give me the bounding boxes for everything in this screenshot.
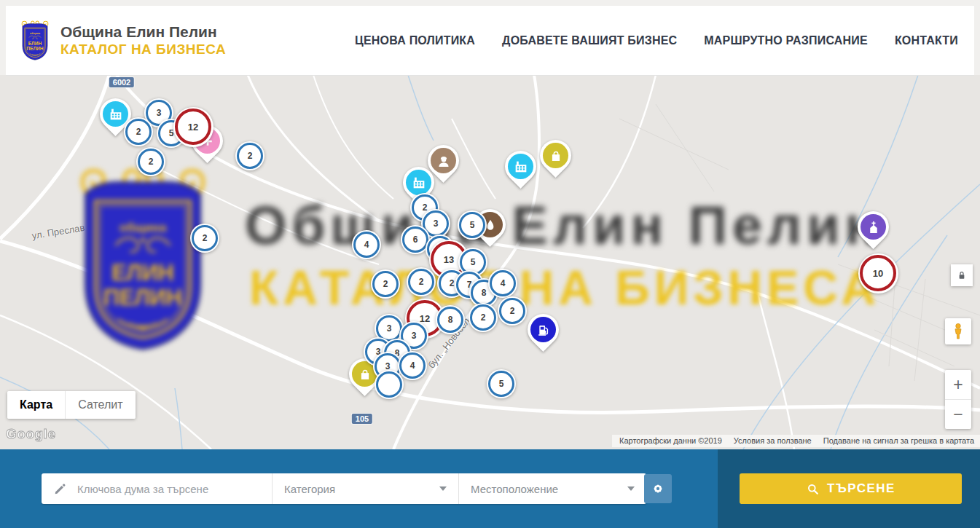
- map-type-satellite-button[interactable]: Сателит: [65, 391, 135, 419]
- search-button-label: ТЪРСЕНЕ: [827, 481, 895, 496]
- cluster-marker[interactable]: 5: [487, 369, 516, 398]
- cluster-marker[interactable]: 2: [371, 269, 400, 299]
- google-logo[interactable]: Google: [6, 426, 55, 442]
- cluster-count: 2: [372, 271, 399, 297]
- cluster-marker[interactable]: 8: [436, 305, 465, 334]
- pencil-icon: [53, 482, 67, 496]
- cluster-count: 4: [399, 352, 426, 379]
- nav-item-contacts[interactable]: КОНТАКТИ: [895, 34, 958, 47]
- search-form: Категория Местоположение: [42, 473, 646, 504]
- location-dropdown[interactable]: Местоположение: [458, 473, 646, 504]
- fuel-icon: [530, 317, 556, 342]
- cluster-marker[interactable]: 10: [858, 253, 898, 293]
- pegman-icon: [949, 322, 968, 341]
- cluster-count: 12: [175, 109, 211, 145]
- cluster-count: 2: [192, 225, 218, 251]
- cluster-count: 2: [470, 304, 496, 331]
- chevron-down-icon: [439, 486, 447, 491]
- attribution-terms-link[interactable]: Условия за ползване: [734, 436, 812, 445]
- cluster-marker[interactable]: 2: [498, 296, 527, 326]
- attribution-copyright: Картографски данни ©2019: [619, 436, 722, 445]
- category-dropdown-value: Категория: [284, 483, 335, 495]
- search-button[interactable]: ТЪРСЕНЕ: [740, 473, 962, 504]
- main-navigation: ЦЕНОВА ПОЛИТИКА ДОБАВЕТЕ ВАШИЯТ БИЗНЕС М…: [355, 34, 958, 47]
- church-icon: [861, 214, 886, 240]
- factory-icon: [406, 170, 431, 195]
- cluster-marker[interactable]: [375, 370, 404, 399]
- cluster-marker[interactable]: 2: [124, 117, 153, 146]
- cluster-count: 2: [138, 149, 164, 175]
- svg-text:ПЕЛИН: ПЕЛИН: [26, 46, 44, 51]
- keyword-search-input[interactable]: [76, 482, 254, 496]
- cluster-marker[interactable]: 4: [488, 269, 517, 298]
- map-type-map-button[interactable]: Карта: [7, 391, 65, 419]
- nav-item-pricing[interactable]: ЦЕНОВА ПОЛИТИКА: [355, 34, 475, 47]
- advanced-settings-button[interactable]: [644, 474, 672, 503]
- keyword-field[interactable]: [42, 473, 272, 504]
- bag-pin-marker[interactable]: [533, 133, 578, 178]
- search-bar: Категория Местоположение ТЪРСЕНЕ: [0, 449, 980, 528]
- cluster-count: [376, 371, 402, 398]
- cluster-count: 2: [499, 298, 525, 324]
- map-markers: 3251222223564713522278422128333834510: [0, 75, 980, 449]
- chevron-down-icon: [627, 486, 635, 491]
- church-pin-marker[interactable]: [851, 205, 895, 249]
- lock-control[interactable]: [951, 264, 973, 286]
- location-dropdown-value: Местоположение: [471, 483, 558, 495]
- cluster-marker[interactable]: 4: [398, 351, 427, 380]
- cluster-count: 6: [402, 226, 428, 253]
- attribution-report-link[interactable]: Подаване на сигнал за грешка в картата: [823, 436, 974, 445]
- zoom-in-button[interactable]: +: [945, 370, 971, 399]
- cluster-marker[interactable]: 2: [235, 141, 264, 170]
- cluster-marker[interactable]: 2: [190, 224, 219, 253]
- cluster-count: 2: [408, 269, 434, 295]
- lock-icon: [956, 269, 968, 281]
- fuel-pin-marker[interactable]: [521, 307, 565, 352]
- gear-icon: [651, 481, 665, 496]
- municipality-crest-icon: община ЕЛИН ПЕЛИН: [17, 18, 52, 63]
- cluster-marker[interactable]: 2: [136, 147, 165, 176]
- factory-icon: [508, 154, 533, 179]
- bag-icon: [543, 143, 568, 168]
- cluster-count: 2: [237, 143, 263, 169]
- cluster-marker[interactable]: 5: [458, 210, 487, 240]
- cluster-count: 5: [488, 371, 514, 397]
- site-subtitle: КАТАЛОГ НА БИЗНЕСА: [60, 42, 226, 58]
- cluster-marker[interactable]: 2: [469, 303, 498, 332]
- factory-pin-marker[interactable]: [498, 144, 543, 189]
- map-type-control: Карта Сателит: [7, 391, 136, 419]
- zoom-control: + −: [945, 370, 971, 429]
- factory-icon: [103, 101, 128, 127]
- cluster-marker[interactable]: 12: [173, 107, 213, 147]
- map-attribution: Картографски данни ©2019 Условия за полз…: [612, 435, 980, 447]
- cluster-marker[interactable]: 2: [407, 267, 436, 296]
- cluster-count: 10: [860, 255, 896, 291]
- search-icon: [806, 482, 820, 496]
- cluster-count: 4: [490, 270, 516, 296]
- category-dropdown[interactable]: Категория: [272, 473, 458, 504]
- nav-item-add-business[interactable]: ДОБАВЕТЕ ВАШИЯТ БИЗНЕС: [502, 34, 677, 47]
- site-logo[interactable]: община ЕЛИН ПЕЛИН Община Елин Пелин КАТА…: [17, 18, 226, 63]
- nav-item-route-schedule[interactable]: МАРШРУТНО РАЗПИСАНИЕ: [704, 34, 868, 47]
- site-title: Община Елин Пелин: [60, 23, 226, 42]
- cluster-marker[interactable]: 4: [352, 230, 381, 259]
- cluster-count: 2: [125, 119, 152, 145]
- svg-text:ЕЛИН: ЕЛИН: [28, 40, 42, 45]
- cluster-count: 8: [437, 307, 463, 333]
- svg-text:община: община: [30, 32, 41, 35]
- street-view-pegman[interactable]: [945, 318, 971, 344]
- google-map[interactable]: 6002105ул. Преславбул. „Новосел община Е…: [0, 75, 980, 449]
- cluster-count: 4: [353, 232, 380, 258]
- site-header: община ЕЛИН ПЕЛИН Община Елин Пелин КАТА…: [6, 6, 974, 76]
- zoom-out-button[interactable]: −: [945, 399, 971, 429]
- worker-icon: [431, 148, 456, 173]
- cluster-count: 5: [459, 212, 485, 238]
